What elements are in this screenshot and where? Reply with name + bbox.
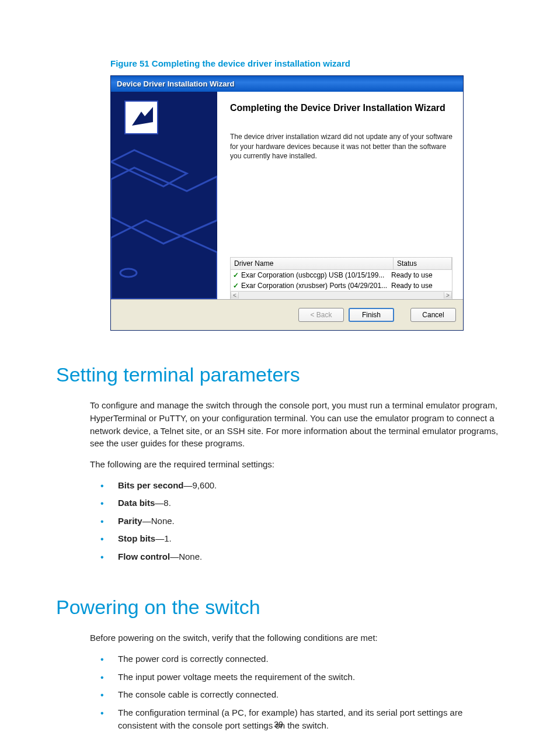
list-item: The console cable is correctly connected… [100,688,501,702]
wizard-titlebar: Device Driver Installation Wizard [111,76,463,92]
driver-status-cell: Ready to use [391,282,450,290]
scroll-right-icon[interactable]: > [444,292,452,299]
paragraph: To configure and manage the switch throu… [90,399,501,450]
scroll-left-icon[interactable]: < [231,292,239,299]
wizard-window: Device Driver Installation Wizard Comple… [110,75,464,331]
paragraph: Before powering on the switch, verify th… [90,632,501,644]
page-number: 39 [0,720,557,729]
back-button: < Back [298,308,344,322]
list-item: The power cord is correctly connected. [100,653,501,666]
check-icon: ✓ [233,282,239,290]
list-item: Data bits—8. [100,497,501,510]
driver-status-cell: Ready to use [391,271,450,279]
driver-table: Driver Name Status ✓ Exar Corporation (u… [230,257,452,299]
installer-art-icon [111,92,217,299]
list-item: Bits per second—9,600. [100,479,501,493]
col-header-name: Driver Name [231,258,394,269]
list-item: The input power voltage meets the requir… [100,671,501,684]
wizard-sidebar [111,92,217,299]
list-item: Flow control—None. [100,550,501,564]
figure-caption: Figure 51 Completing the device driver i… [110,58,501,68]
list-item: Stop bits—1. [100,532,501,546]
wizard-body: Completing the Device Driver Installatio… [111,92,463,299]
terminal-settings-list: Bits per second—9,600. Data bits—8. Pari… [100,479,501,564]
col-header-status: Status [394,258,452,269]
check-icon: ✓ [233,271,239,279]
wizard-content: Completing the Device Driver Installatio… [217,92,463,299]
driver-name-cell: Exar Corporation (usbccgp) USB (10/15/19… [241,271,391,279]
table-row: ✓ Exar Corporation (xrusbser) Ports (04/… [231,280,452,291]
wizard-body-text: The device driver installation wizard di… [230,132,452,161]
wizard-footer: < Back Finish Cancel [111,299,463,330]
wizard-heading: Completing the Device Driver Installatio… [230,102,452,115]
section-heading-terminal: Setting terminal parameters [56,363,501,386]
driver-name-cell: Exar Corporation (xrusbser) Ports (04/29… [241,282,391,290]
table-row: ✓ Exar Corporation (usbccgp) USB (10/15/… [231,270,452,280]
paragraph: The following are the required terminal … [90,458,501,471]
section-heading-powering: Powering on the switch [56,596,501,619]
list-item: Parity—None. [100,515,501,528]
horizontal-scrollbar[interactable]: < > [231,291,452,299]
cancel-button[interactable]: Cancel [410,308,456,322]
finish-button[interactable]: Finish [349,308,394,322]
driver-table-header: Driver Name Status [231,258,452,270]
